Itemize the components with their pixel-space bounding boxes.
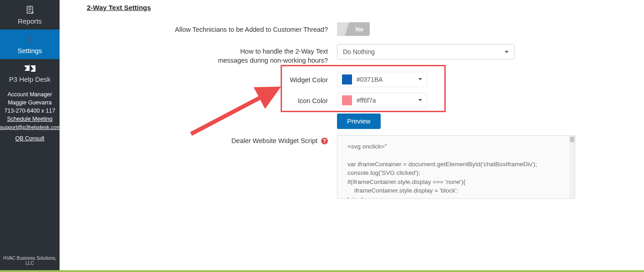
- widget-color-picker[interactable]: #0371BA: [337, 72, 427, 87]
- account-phone: 713-270-6400 x 117: [0, 107, 60, 115]
- sidebar-footer: HVAC Business Solutions, LLC: [0, 252, 60, 270]
- preview-button[interactable]: Preview: [337, 114, 381, 129]
- qb-consult-link[interactable]: QB Consult: [0, 134, 60, 143]
- account-title: Account Manager: [0, 90, 60, 99]
- sidebar-item-reports[interactable]: Reports: [0, 0, 60, 30]
- main-content: 2-Way Text Settings Allow Technicians to…: [60, 0, 644, 270]
- row-widget-script: Dealer Website Widget Script ? <svg oncl…: [87, 135, 617, 199]
- widget-color-value: #0371BA: [357, 76, 383, 83]
- widget-script-label: Dealer Website Widget Script ?: [87, 135, 337, 145]
- section-title: 2-Way Text Settings: [87, 4, 617, 11]
- icon-color-label: Icon Color: [87, 93, 337, 105]
- select-value: Do Nothing: [343, 48, 375, 55]
- icon-color-picker[interactable]: #ff6f7a: [337, 93, 427, 108]
- icon-color-value: #ff6f7a: [357, 97, 376, 104]
- icon-color-swatch: [342, 95, 352, 105]
- scrollbar-thumb[interactable]: [570, 137, 574, 142]
- nonworking-hours-select[interactable]: Do Nothing: [337, 44, 514, 59]
- sidebar-item-label: Settings: [17, 47, 42, 54]
- sidebar-item-label: P3 Help Desk: [9, 75, 51, 83]
- chevron-down-icon: [418, 99, 422, 101]
- schedule-meeting-link[interactable]: Schedule Meeting: [0, 115, 60, 123]
- support-email-link[interactable]: support@p3helpdesk.com: [0, 124, 60, 131]
- chevron-down-icon: [418, 78, 422, 80]
- row-preview: Preview: [87, 114, 617, 129]
- chevron-down-icon: [505, 51, 508, 53]
- sidebar: Reports Settings P3 Help Desk Account Ma…: [0, 0, 60, 270]
- allow-technicians-label: Allow Technicians to be Added to Custome…: [87, 22, 337, 34]
- sidebar-item-label: Reports: [18, 17, 42, 25]
- widget-script-textarea[interactable]: <svg onclick=" var iframeContainer = doc…: [337, 135, 575, 199]
- help-icon[interactable]: ?: [321, 138, 328, 144]
- zendesk-icon: [25, 63, 35, 74]
- reports-icon: [25, 5, 35, 15]
- account-name: Maggie Guevarra: [0, 99, 60, 107]
- widget-color-label: Widget Color: [87, 72, 337, 84]
- row-widget-color: Widget Color #0371BA: [87, 72, 617, 87]
- svg-point-1: [29, 38, 31, 41]
- scrollbar-track[interactable]: [569, 136, 575, 198]
- row-icon-color: Icon Color #ff6f7a: [87, 93, 617, 108]
- row-nonworking-hours: How to handle the 2-Way Text messages du…: [87, 44, 617, 65]
- gear-icon: [25, 34, 35, 45]
- toggle-value: No: [356, 26, 363, 33]
- row-allow-technicians: Allow Technicians to be Added to Custome…: [87, 22, 617, 36]
- allow-technicians-toggle[interactable]: No: [337, 22, 370, 36]
- widget-color-swatch: [342, 74, 352, 84]
- account-manager-block: Account Manager Maggie Guevarra 713-270-…: [0, 90, 60, 143]
- page-bottom-border: [0, 270, 644, 272]
- sidebar-item-settings[interactable]: Settings: [0, 30, 60, 59]
- nonworking-hours-label: How to handle the 2-Way Text messages du…: [87, 44, 337, 65]
- script-content: <svg onclick=" var iframeContainer = doc…: [347, 143, 537, 199]
- sidebar-item-helpdesk[interactable]: P3 Help Desk: [0, 59, 60, 87]
